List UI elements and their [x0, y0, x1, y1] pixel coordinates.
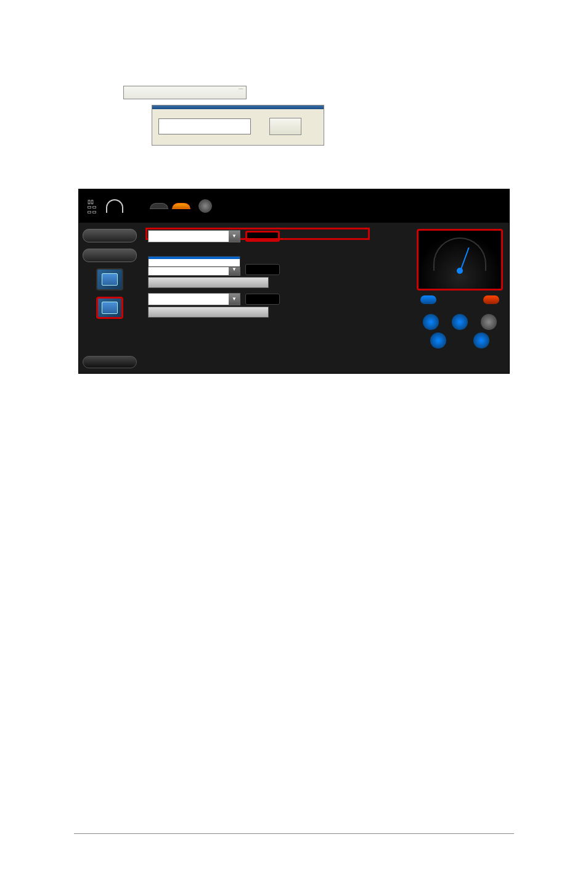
thumbnail-2-selected[interactable] [96, 297, 123, 319]
splendid-on-button[interactable] [83, 229, 137, 242]
hotkey-input[interactable] [158, 118, 251, 134]
tab-video[interactable] [172, 203, 190, 209]
xonar-header: ▯▯ [79, 189, 509, 223]
photo-on-button[interactable] [245, 231, 280, 242]
set-button[interactable] [269, 118, 301, 135]
dolby-sub1 [88, 206, 91, 208]
inline-hotkey-label [239, 88, 243, 89]
step-a-text [123, 84, 514, 100]
dolby-sub3 [92, 206, 96, 208]
photo-mode-combo[interactable]: ▼ [148, 230, 240, 242]
thumbnail-1[interactable] [96, 268, 123, 291]
photo-dropdown-list[interactable] [148, 256, 240, 267]
knob-4[interactable] [473, 332, 489, 349]
dolby-sub4 [92, 211, 96, 213]
knob-hf[interactable] [481, 314, 497, 330]
dolby-sub2 [88, 211, 91, 213]
hotkey-dialog [152, 105, 324, 146]
headphone-icon [106, 199, 123, 213]
cancel-button[interactable] [83, 356, 137, 368]
movie-on-button[interactable] [245, 264, 280, 275]
left-panel [79, 223, 141, 374]
mute-toggle[interactable] [483, 295, 499, 304]
section-heading [74, 163, 514, 178]
chevron-down-icon: ▼ [229, 294, 240, 305]
knob-3[interactable] [430, 332, 446, 349]
xonar-app-window: ▯▯ [78, 189, 510, 374]
dropdown-round-button[interactable] [198, 199, 212, 213]
right-panel [410, 223, 509, 374]
knob-1[interactable] [423, 314, 439, 330]
knob-2[interactable] [452, 314, 468, 330]
demo-on-button[interactable] [83, 249, 137, 262]
game-mode-combo[interactable]: ▼ [148, 293, 240, 305]
footer-rule [74, 833, 514, 834]
tab-audio[interactable] [150, 203, 168, 209]
dropdown-item-customb[interactable] [149, 264, 240, 266]
svn-toggle[interactable] [420, 295, 436, 304]
game-on-button[interactable] [245, 294, 280, 305]
chevron-down-icon: ▼ [229, 231, 240, 242]
volume-gauge[interactable] [417, 229, 503, 291]
inline-hotkey-textbox[interactable] [123, 86, 247, 99]
dolby-logo: ▯▯ [88, 197, 97, 215]
game-hotkey-field[interactable] [148, 307, 269, 318]
center-panel: ▼ [141, 223, 410, 374]
movie-hotkey-field[interactable] [148, 277, 269, 288]
